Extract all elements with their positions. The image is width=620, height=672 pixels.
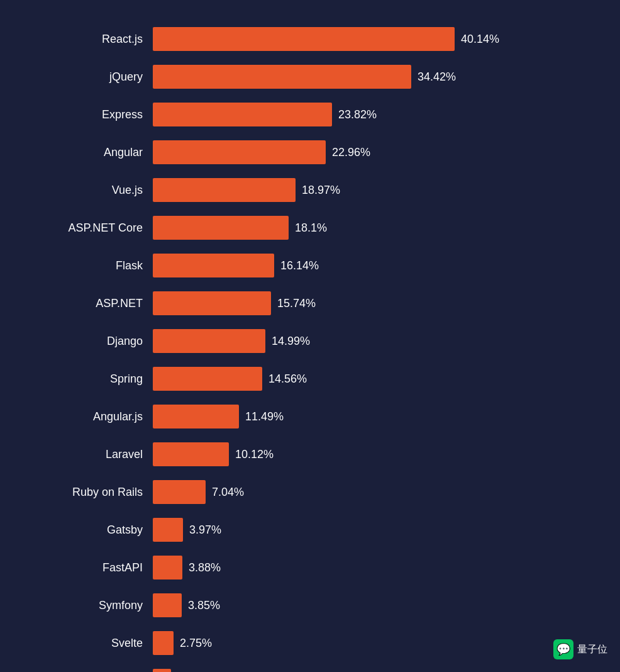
bar-wrapper: 10.12% <box>153 442 593 466</box>
bar-label: ASP.NET Core <box>27 221 153 235</box>
bar-label: Express <box>27 108 153 121</box>
bar-row: Laravel10.12% <box>27 440 593 468</box>
bar-percentage: 22.96% <box>332 146 370 159</box>
bar-percentage: 14.99% <box>272 335 310 348</box>
bar-percentage: 16.14% <box>280 259 319 272</box>
bar-percentage: 14.56% <box>268 372 307 386</box>
watermark-text: 量子位 <box>577 643 607 656</box>
bar-fill <box>153 593 182 617</box>
bar-fill <box>153 367 262 391</box>
bar-wrapper: 40.14% <box>153 27 593 51</box>
bar-label: ASP.NET <box>27 297 153 310</box>
bar-percentage: 10.12% <box>235 448 274 461</box>
bar-fill <box>153 178 296 202</box>
bar-percentage: 3.85% <box>188 599 220 612</box>
bar-percentage: 3.97% <box>189 524 221 537</box>
bar-row: Angular22.96% <box>27 138 593 166</box>
bar-row: Django14.99% <box>27 327 593 355</box>
bar-row: Flask16.14% <box>27 252 593 279</box>
bar-percentage: 3.88% <box>189 561 221 574</box>
bar-fill <box>153 65 411 89</box>
bar-label: Symfony <box>27 599 153 612</box>
bar-fill <box>153 103 332 126</box>
bar-wrapper: 18.1% <box>153 216 593 240</box>
bar-percentage: 40.14% <box>461 33 499 46</box>
bar-row: React.js40.14% <box>27 25 593 53</box>
bar-row: Vue.js18.97% <box>27 176 593 204</box>
bar-percentage: 18.1% <box>295 221 327 235</box>
bar-label: Angular <box>27 146 153 159</box>
bar-label: Laravel <box>27 448 153 461</box>
bar-wrapper: 14.99% <box>153 329 593 353</box>
bar-wrapper: 15.74% <box>153 291 593 315</box>
bar-wrapper: 7.04% <box>153 480 593 504</box>
bar-row: Gatsby3.97% <box>27 516 593 544</box>
bar-percentage: 34.42% <box>418 70 456 84</box>
bar-label: Angular.js <box>27 410 153 423</box>
bar-fill <box>153 216 289 240</box>
bar-label: Ruby on Rails <box>27 486 153 499</box>
bar-label: Vue.js <box>27 184 153 197</box>
bar-label: React.js <box>27 33 153 46</box>
bar-label: jQuery <box>27 70 153 84</box>
bar-fill <box>153 518 183 542</box>
bar-fill <box>153 556 182 580</box>
bar-percentage: 23.82% <box>338 108 377 121</box>
bar-row: jQuery34.42% <box>27 63 593 91</box>
bar-percentage: 15.74% <box>277 297 316 310</box>
bar-label: Svelte <box>27 637 153 650</box>
bar-row: FastAPI3.88% <box>27 554 593 581</box>
bar-label: Spring <box>27 372 153 386</box>
bar-row: Express23.82% <box>27 101 593 128</box>
bar-fill <box>153 254 274 277</box>
bar-wrapper: 3.88% <box>153 556 593 580</box>
bar-percentage: 18.97% <box>302 184 340 197</box>
bar-percentage: 2.75% <box>180 637 212 650</box>
wechat-icon: 💬 <box>553 639 573 659</box>
bar-row: Ruby on Rails7.04% <box>27 478 593 506</box>
bar-fill <box>153 140 326 164</box>
bar-wrapper: 2.75% <box>153 631 593 655</box>
bar-fill <box>153 631 174 655</box>
bar-label: FastAPI <box>27 561 153 574</box>
bar-row: Svelte2.75% <box>27 629 593 657</box>
bar-fill <box>153 27 455 51</box>
bar-fill <box>153 480 206 504</box>
bar-label: Django <box>27 335 153 348</box>
bar-percentage: 11.49% <box>245 410 284 423</box>
bar-wrapper: 16.14% <box>153 254 593 277</box>
bar-wrapper: 14.56% <box>153 367 593 391</box>
bar-row: ASP.NET15.74% <box>27 289 593 317</box>
bar-wrapper: 18.97% <box>153 178 593 202</box>
bar-wrapper: 2.39% <box>153 669 593 672</box>
bar-label: Flask <box>27 259 153 272</box>
bar-row: Angular.js11.49% <box>27 403 593 430</box>
bar-wrapper: 3.85% <box>153 593 593 617</box>
bar-wrapper: 23.82% <box>153 103 593 126</box>
chart-container: React.js40.14%jQuery34.42%Express23.82%A… <box>27 13 593 672</box>
bar-row: Symfony3.85% <box>27 591 593 619</box>
bar-row: Spring14.56% <box>27 365 593 393</box>
bar-row: ASP.NET Core18.1% <box>27 214 593 242</box>
watermark: 💬 量子位 <box>553 639 607 659</box>
bar-percentage: 7.04% <box>212 486 244 499</box>
bar-fill <box>153 329 265 353</box>
bar-wrapper: 34.42% <box>153 65 593 89</box>
bar-label: Gatsby <box>27 524 153 537</box>
bar-fill <box>153 291 271 315</box>
bar-row: Drupal2.39% <box>27 667 593 672</box>
bar-fill <box>153 405 239 428</box>
bar-wrapper: 22.96% <box>153 140 593 164</box>
bar-wrapper: 3.97% <box>153 518 593 542</box>
bar-wrapper: 11.49% <box>153 405 593 428</box>
bar-fill <box>153 669 171 672</box>
bar-fill <box>153 442 229 466</box>
